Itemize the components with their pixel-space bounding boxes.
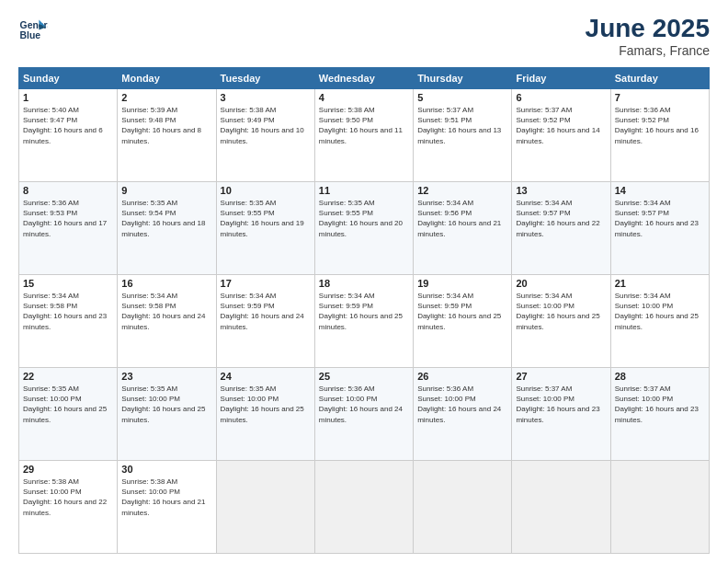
calendar-cell: 8Sunrise: 5:36 AMSunset: 9:53 PMDaylight…	[19, 182, 118, 275]
day-number: 11	[319, 185, 409, 196]
day-number: 4	[319, 92, 409, 103]
day-info: Sunrise: 5:35 AMSunset: 10:00 PMDaylight…	[221, 384, 311, 425]
calendar-cell: 21Sunrise: 5:34 AMSunset: 10:00 PMDaylig…	[610, 275, 709, 368]
day-number: 7	[615, 92, 705, 103]
month-title: June 2025	[586, 14, 710, 43]
day-number: 1	[23, 92, 113, 103]
calendar-cell	[610, 461, 709, 554]
day-number: 26	[417, 371, 507, 382]
day-number: 29	[23, 464, 113, 475]
day-number: 17	[221, 278, 311, 289]
calendar-cell: 4Sunrise: 5:38 AMSunset: 9:50 PMDaylight…	[314, 89, 413, 182]
day-info: Sunrise: 5:37 AMSunset: 10:00 PMDaylight…	[516, 384, 606, 425]
day-number: 9	[121, 185, 211, 196]
calendar-cell: 7Sunrise: 5:36 AMSunset: 9:52 PMDaylight…	[610, 89, 709, 182]
day-number: 20	[516, 278, 606, 289]
day-info: Sunrise: 5:36 AMSunset: 10:00 PMDaylight…	[319, 384, 409, 425]
logo: General Blue	[18, 14, 48, 43]
col-wednesday: Wednesday	[314, 68, 413, 89]
day-info: Sunrise: 5:36 AMSunset: 9:53 PMDaylight:…	[23, 198, 113, 239]
day-number: 8	[23, 185, 113, 196]
day-info: Sunrise: 5:38 AMSunset: 10:00 PMDaylight…	[121, 477, 211, 518]
calendar-cell: 16Sunrise: 5:34 AMSunset: 9:58 PMDayligh…	[118, 275, 216, 368]
week-row-2: 8Sunrise: 5:36 AMSunset: 9:53 PMDaylight…	[19, 182, 710, 275]
day-info: Sunrise: 5:36 AMSunset: 9:52 PMDaylight:…	[615, 105, 705, 146]
calendar-cell: 24Sunrise: 5:35 AMSunset: 10:00 PMDaylig…	[216, 368, 314, 461]
calendar-cell: 28Sunrise: 5:37 AMSunset: 10:00 PMDaylig…	[610, 368, 709, 461]
calendar-cell	[216, 461, 314, 554]
calendar-cell: 26Sunrise: 5:36 AMSunset: 10:00 PMDaylig…	[414, 368, 512, 461]
day-number: 19	[417, 278, 507, 289]
day-number: 14	[615, 185, 705, 196]
day-number: 6	[516, 92, 606, 103]
calendar-cell: 20Sunrise: 5:34 AMSunset: 10:00 PMDaylig…	[512, 275, 610, 368]
day-info: Sunrise: 5:35 AMSunset: 10:00 PMDaylight…	[23, 384, 113, 425]
calendar-cell: 2Sunrise: 5:39 AMSunset: 9:48 PMDaylight…	[118, 89, 216, 182]
day-number: 12	[417, 185, 507, 196]
day-number: 22	[23, 371, 113, 382]
title-block: June 2025 Famars, France	[586, 14, 710, 58]
week-row-3: 15Sunrise: 5:34 AMSunset: 9:58 PMDayligh…	[19, 275, 710, 368]
calendar-cell: 14Sunrise: 5:34 AMSunset: 9:57 PMDayligh…	[610, 182, 709, 275]
day-number: 21	[615, 278, 705, 289]
day-number: 5	[417, 92, 507, 103]
calendar-cell	[512, 461, 610, 554]
day-info: Sunrise: 5:34 AMSunset: 9:58 PMDaylight:…	[121, 291, 211, 332]
calendar-cell: 6Sunrise: 5:37 AMSunset: 9:52 PMDaylight…	[512, 89, 610, 182]
day-info: Sunrise: 5:37 AMSunset: 10:00 PMDaylight…	[615, 384, 705, 425]
day-info: Sunrise: 5:35 AMSunset: 9:55 PMDaylight:…	[319, 198, 409, 239]
header-row: Sunday Monday Tuesday Wednesday Thursday…	[19, 68, 710, 89]
day-number: 24	[221, 371, 311, 382]
calendar-cell: 17Sunrise: 5:34 AMSunset: 9:59 PMDayligh…	[216, 275, 314, 368]
calendar-cell: 9Sunrise: 5:35 AMSunset: 9:54 PMDaylight…	[118, 182, 216, 275]
day-number: 10	[221, 185, 311, 196]
logo-icon: General Blue	[18, 14, 48, 43]
day-info: Sunrise: 5:35 AMSunset: 10:00 PMDaylight…	[121, 384, 211, 425]
day-info: Sunrise: 5:37 AMSunset: 9:52 PMDaylight:…	[516, 105, 606, 146]
calendar-cell	[414, 461, 512, 554]
week-row-4: 22Sunrise: 5:35 AMSunset: 10:00 PMDaylig…	[19, 368, 710, 461]
day-info: Sunrise: 5:40 AMSunset: 9:47 PMDaylight:…	[23, 105, 113, 146]
calendar-cell: 10Sunrise: 5:35 AMSunset: 9:55 PMDayligh…	[216, 182, 314, 275]
day-info: Sunrise: 5:38 AMSunset: 10:00 PMDaylight…	[23, 477, 113, 518]
col-monday: Monday	[118, 68, 216, 89]
day-info: Sunrise: 5:38 AMSunset: 9:50 PMDaylight:…	[319, 105, 409, 146]
day-info: Sunrise: 5:34 AMSunset: 9:59 PMDaylight:…	[319, 291, 409, 332]
calendar-cell: 12Sunrise: 5:34 AMSunset: 9:56 PMDayligh…	[414, 182, 512, 275]
day-info: Sunrise: 5:35 AMSunset: 9:54 PMDaylight:…	[121, 198, 211, 239]
calendar-cell: 5Sunrise: 5:37 AMSunset: 9:51 PMDaylight…	[414, 89, 512, 182]
day-number: 16	[121, 278, 211, 289]
day-info: Sunrise: 5:35 AMSunset: 9:55 PMDaylight:…	[221, 198, 311, 239]
day-number: 23	[121, 371, 211, 382]
calendar-cell: 13Sunrise: 5:34 AMSunset: 9:57 PMDayligh…	[512, 182, 610, 275]
calendar-table: Sunday Monday Tuesday Wednesday Thursday…	[18, 67, 710, 554]
calendar-cell: 22Sunrise: 5:35 AMSunset: 10:00 PMDaylig…	[19, 368, 118, 461]
day-info: Sunrise: 5:34 AMSunset: 9:59 PMDaylight:…	[417, 291, 507, 332]
calendar-cell: 27Sunrise: 5:37 AMSunset: 10:00 PMDaylig…	[512, 368, 610, 461]
calendar-cell: 19Sunrise: 5:34 AMSunset: 9:59 PMDayligh…	[414, 275, 512, 368]
week-row-1: 1Sunrise: 5:40 AMSunset: 9:47 PMDaylight…	[19, 89, 710, 182]
day-info: Sunrise: 5:38 AMSunset: 9:49 PMDaylight:…	[221, 105, 311, 146]
day-info: Sunrise: 5:37 AMSunset: 9:51 PMDaylight:…	[417, 105, 507, 146]
day-number: 27	[516, 371, 606, 382]
col-friday: Friday	[512, 68, 610, 89]
day-number: 25	[319, 371, 409, 382]
day-number: 15	[23, 278, 113, 289]
day-info: Sunrise: 5:34 AMSunset: 10:00 PMDaylight…	[516, 291, 606, 332]
day-info: Sunrise: 5:34 AMSunset: 9:56 PMDaylight:…	[417, 198, 507, 239]
day-number: 3	[221, 92, 311, 103]
svg-text:Blue: Blue	[20, 30, 41, 40]
day-info: Sunrise: 5:34 AMSunset: 10:00 PMDaylight…	[615, 291, 705, 332]
calendar-cell: 1Sunrise: 5:40 AMSunset: 9:47 PMDaylight…	[19, 89, 118, 182]
day-info: Sunrise: 5:34 AMSunset: 9:57 PMDaylight:…	[516, 198, 606, 239]
location: Famars, France	[586, 43, 710, 58]
day-info: Sunrise: 5:34 AMSunset: 9:59 PMDaylight:…	[221, 291, 311, 332]
col-thursday: Thursday	[414, 68, 512, 89]
calendar-cell	[314, 461, 413, 554]
calendar-cell: 15Sunrise: 5:34 AMSunset: 9:58 PMDayligh…	[19, 275, 118, 368]
day-number: 28	[615, 371, 705, 382]
day-number: 2	[121, 92, 211, 103]
calendar-cell: 3Sunrise: 5:38 AMSunset: 9:49 PMDaylight…	[216, 89, 314, 182]
calendar-cell: 30Sunrise: 5:38 AMSunset: 10:00 PMDaylig…	[118, 461, 216, 554]
day-info: Sunrise: 5:34 AMSunset: 9:58 PMDaylight:…	[23, 291, 113, 332]
